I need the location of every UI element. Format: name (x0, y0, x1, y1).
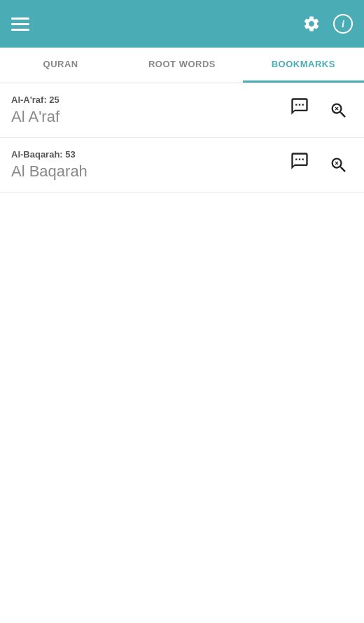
bookmark-list: Al-A'raf: 25 Al A'raf Al-Baqarah: 53 Al … (0, 83, 364, 192)
list-item-text: Al-A'raf: 25 Al A'raf (11, 94, 290, 126)
list-item: Al-A'raf: 25 Al A'raf (0, 83, 364, 138)
item-title: Al A'raf (11, 108, 290, 126)
header-left (11, 18, 29, 31)
list-item-text: Al-Baqarah: 53 Al Baqarah (11, 149, 290, 181)
header-right: i (302, 14, 353, 34)
tab-bookmarks[interactable]: BOOKMARKS (243, 48, 364, 83)
search-again-button[interactable] (325, 151, 353, 179)
comment-button[interactable] (290, 151, 318, 179)
tab-quran[interactable]: QURAN (0, 48, 121, 83)
settings-icon[interactable] (302, 15, 321, 33)
app-header: i (0, 0, 364, 48)
tab-root-words[interactable]: ROOT WORDS (121, 48, 242, 83)
tab-bar: QURAN ROOT WORDS BOOKMARKS (0, 48, 364, 83)
item-actions (290, 151, 353, 179)
comment-button[interactable] (290, 97, 318, 125)
item-subtitle: Al-Baqarah: 53 (11, 149, 290, 160)
item-actions (290, 97, 353, 125)
hamburger-menu-button[interactable] (11, 18, 29, 31)
list-item: Al-Baqarah: 53 Al Baqarah (0, 138, 364, 192)
item-subtitle: Al-A'raf: 25 (11, 94, 290, 105)
item-title: Al Baqarah (11, 162, 290, 181)
info-icon[interactable]: i (333, 14, 353, 34)
search-again-button[interactable] (325, 97, 353, 125)
